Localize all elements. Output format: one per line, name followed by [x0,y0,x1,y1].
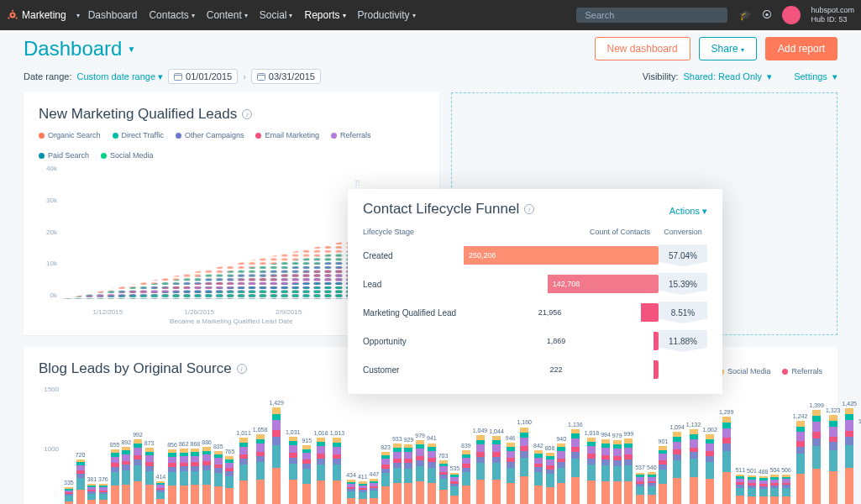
legend-item[interactable]: Other Campaigns [176,131,244,139]
bar[interactable]: 376 [98,476,108,504]
bar[interactable]: 823 [381,444,391,504]
nav-item-dashboard[interactable]: Dashboard [88,9,138,21]
bar[interactable]: 933 [392,436,402,504]
bar[interactable]: 808 [545,445,555,504]
bar[interactable]: 1,011 [236,430,251,504]
info-icon[interactable]: i [242,109,252,119]
bar[interactable]: 1,399 [809,402,824,504]
bar[interactable]: 1,018 [585,430,600,504]
bar[interactable]: 1,425 [842,401,857,505]
legend-item[interactable]: Paid Search [39,151,89,160]
funnel-popup[interactable]: ⠿ Contact Lifecycle Funnel i Actions ▾ L… [348,189,722,394]
bar[interactable]: 411 [358,474,368,504]
legend-item[interactable]: Social Media [718,367,771,375]
bar[interactable]: 488 [759,469,769,504]
bar[interactable]: 856 [167,442,177,504]
bar[interactable]: 1,136 [568,422,583,504]
bar[interactable]: 1,242 [793,413,808,504]
bar[interactable]: 434 [346,472,356,504]
bar[interactable]: 1,044 [489,428,504,504]
bar[interactable]: 868 [191,441,201,504]
bar[interactable]: 842 [533,443,543,504]
bar[interactable]: 835 [213,444,223,504]
info-icon[interactable]: i [237,364,247,374]
bar[interactable]: 1,132 [686,422,701,504]
bar[interactable]: 1,429 [269,400,284,504]
bar[interactable]: 862 [179,441,189,504]
bar[interactable]: 892 [121,439,131,504]
bar[interactable]: 1,323 [826,407,841,504]
nav-item-social[interactable]: Social▾ [260,9,293,21]
funnel-actions[interactable]: Actions ▾ [669,206,707,217]
bar[interactable]: 537 [635,465,645,504]
bar[interactable]: 940 [556,436,566,504]
bar[interactable]: 447 [370,471,380,504]
bar[interactable]: 915 [302,438,312,504]
bar[interactable]: 1,094 [669,424,685,504]
account-info[interactable]: hubspot.com Hub ID: 53 [811,6,854,24]
blog-legend: Social MediaReferrals [718,367,822,375]
bar[interactable]: 901 [659,438,669,504]
search-input[interactable]: Search [576,8,727,23]
bar[interactable]: 501 [747,468,757,504]
avatar[interactable] [782,6,801,24]
bar[interactable]: 1,299 [719,409,734,504]
nav-item-contacts[interactable]: Contacts▾ [149,9,194,21]
bar[interactable]: 506 [781,467,791,504]
drag-handle-icon[interactable]: ⠿ [354,179,362,188]
nav-item-content[interactable]: Content▾ [207,9,248,21]
bar[interactable]: 1,018 [313,430,328,504]
blog-chart[interactable]: Social MediaReferrals 15001000500 335720… [39,386,822,504]
settings-link[interactable]: Settings ▾ [794,71,837,82]
bar[interactable]: 979 [415,433,425,504]
bar[interactable]: 535 [449,465,459,504]
bar[interactable]: 941 [427,435,437,504]
date-range-type[interactable]: Custom date range ▾ [76,71,163,82]
legend-item[interactable]: Organic Search [39,131,101,139]
bar[interactable]: 504 [769,467,780,504]
bar[interactable]: 381 [87,476,97,504]
bar[interactable]: 1,160 [517,419,533,504]
bar[interactable]: 992 [133,432,143,504]
bar[interactable]: 1,031 [286,429,301,504]
legend-item[interactable]: Referrals [782,367,822,375]
svg-rect-7 [257,74,265,81]
add-report-button[interactable]: Add report [765,37,837,60]
new-dashboard-button[interactable]: New dashboard [595,37,690,60]
bar[interactable]: 540 [647,465,657,504]
legend-item[interactable]: Direct Traffic [113,131,164,139]
bar[interactable]: 946 [506,435,516,504]
nav-item-productivity[interactable]: Productivity▾ [358,9,416,21]
bar[interactable]: 703 [438,453,449,504]
nav-item-reports[interactable]: Reports▾ [304,9,345,21]
academy-icon[interactable]: 🎓 [739,9,752,21]
bar[interactable]: 1,062 [702,427,717,504]
legend-item[interactable]: Email Marketing [255,131,319,139]
legend-item[interactable]: Social Media [101,151,154,160]
bar[interactable]: 1,013 [330,430,345,504]
bar[interactable]: 873 [144,440,155,504]
date-start-input[interactable]: 01/01/2015 [168,69,238,84]
bar[interactable]: 994 [601,432,611,504]
brand-label[interactable]: Marketing [22,9,66,21]
bar[interactable]: 929 [404,437,414,505]
visibility-value[interactable]: Shared: Read Only ▾ [683,71,772,82]
bar[interactable]: 979 [612,433,622,504]
bar[interactable]: 765 [225,449,235,504]
bar[interactable]: 1,058 [253,427,268,504]
bar[interactable]: 335 [64,480,74,504]
broadcast-icon[interactable]: ⦿ [762,9,772,21]
share-button[interactable]: Share ▾ [699,37,757,60]
bar[interactable]: 511 [735,467,745,504]
legend-item[interactable]: Referrals [331,131,371,139]
page-title-selector[interactable]: Dashboard ▼ [24,37,135,60]
bar[interactable]: 720 [76,452,86,504]
bar[interactable]: 1,049 [473,428,488,504]
bar[interactable]: 886 [202,439,212,504]
bar[interactable]: 839 [461,443,471,504]
bar[interactable]: 414 [156,474,166,504]
date-end-input[interactable]: 03/31/2015 [251,69,321,84]
bar[interactable]: 999 [624,431,634,504]
info-icon[interactable]: i [524,204,534,214]
bar[interactable]: 855 [110,442,120,504]
